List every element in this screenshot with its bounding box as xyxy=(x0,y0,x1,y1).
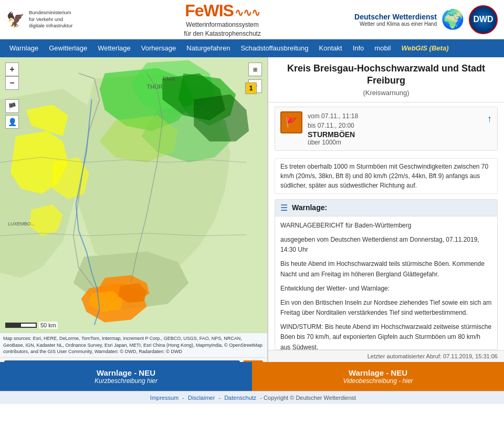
warning-details: vom 07.11., 11:18 bis 07.11., 20:00 STUR… xyxy=(308,111,482,146)
main-content: THÜR LUXEMBO... RMA + − 🏴 👤 ⊞ 1 🌩 xyxy=(0,57,504,362)
layer-controls: ⊞ 1 🌩 xyxy=(248,63,262,93)
svg-text:THÜR: THÜR xyxy=(146,84,163,90)
map-svg: THÜR LUXEMBO... RMA xyxy=(0,57,267,333)
main-nav: Warnlage Gewitterlage Wetterlage Vorhers… xyxy=(0,39,504,57)
fewis-title: FeWIS∿∿∿ xyxy=(185,1,260,20)
warnlage-p3: Bis heute Abend im Hochschwarzwald teils… xyxy=(280,259,492,279)
nav-wetterlage[interactable]: Wetterlage xyxy=(92,39,136,57)
layers-icon[interactable]: ⊞ xyxy=(248,63,262,76)
warnlage-p6: WIND/STURM: Bis heute Abend im Hochschwa… xyxy=(280,322,492,349)
warnlage-p1: WARNLAGEBERICHT für Baden-Württemberg xyxy=(280,221,492,231)
warnlage-icon: ☰ xyxy=(280,203,288,213)
nav-warnlage[interactable]: Warnlage xyxy=(4,39,44,57)
svg-text:RMA: RMA xyxy=(162,76,175,82)
warnlage-title: Warnlage: xyxy=(292,203,327,212)
warnlage-neu-kurz-button[interactable]: Warnlage - NEU Kurzbeschreibung hier xyxy=(0,362,252,391)
fewis-subtitle: Wetterinformationssystem für den Katastr… xyxy=(184,20,261,38)
zoom-in-button[interactable]: + xyxy=(5,63,19,76)
warn-btn1-sub: Kurzbeschreibung hier xyxy=(94,377,158,385)
map-zoom-controls: + − xyxy=(5,63,19,90)
wind-icon: 🚩 xyxy=(286,117,297,128)
alle-button[interactable]: Alle xyxy=(4,360,240,362)
warning-altitude: über 1000m xyxy=(308,139,482,146)
footer-disclaimer[interactable]: Disclaimer xyxy=(188,395,215,401)
footer-copyright: Copyright © Deutscher Wetterdienst xyxy=(264,395,356,401)
nav-vorhersage[interactable]: Vorhersage xyxy=(136,39,182,57)
footer-impressum[interactable]: Impressum xyxy=(150,395,178,401)
nav-mobil[interactable]: mobil xyxy=(369,39,396,57)
map-container[interactable]: THÜR LUXEMBO... RMA + − 🏴 👤 ⊞ 1 🌩 xyxy=(0,57,267,333)
warning-time-from: vom 07.11., 11:18 xyxy=(308,111,482,121)
flag-control[interactable]: 🏴 xyxy=(5,99,19,113)
zoom-out-button[interactable]: − xyxy=(5,76,19,90)
warning-arrow-icon: ↑ xyxy=(487,111,492,125)
dwd-logo-area: Deutscher Wetterdienst Wetter und Klima … xyxy=(354,5,498,34)
warning-type: STURMBÖEN xyxy=(308,130,482,139)
warnlage-neu-video-button[interactable]: Warnlage - NEU Videobeschreibung - hier xyxy=(252,362,504,391)
footer: Impressum - Disclaimer - Datenschutz - C… xyxy=(0,391,504,404)
person-control[interactable]: 👤 xyxy=(5,115,19,129)
bundesministerium-text: Bundesministerium für Verkehr und digita… xyxy=(29,9,72,29)
svg-text:LUXEMBO...: LUXEMBO... xyxy=(8,221,35,226)
nav-gewitterlage[interactable]: Gewitterlage xyxy=(44,39,92,57)
dwd-logo: DWD xyxy=(469,5,498,34)
warn-btn1-title: Warnlage - NEU xyxy=(97,368,155,377)
warn-btn2-title: Warnlage - NEU xyxy=(349,368,407,377)
region-subtitle: (Kreiswarnung) xyxy=(276,89,497,97)
warnlage-p4: Entwicklung der Wetter- und Warnlage: xyxy=(280,284,492,294)
region-header: Kreis Breisgau-Hochschwarzwald und Stadt… xyxy=(268,57,504,102)
warnlage-section: ☰ Warnlage: WARNLAGEBERICHT für Baden-Wü… xyxy=(275,199,498,350)
footer-datenschutz[interactable]: Datenschutz xyxy=(224,395,256,401)
layer-badge: 1 xyxy=(245,82,257,94)
scale-label: 50 km xyxy=(39,322,58,329)
region-title: Kreis Breisgau-Hochschwarzwald und Stadt… xyxy=(276,63,497,87)
globe-icon: 🌍 xyxy=(441,8,465,30)
nav-naturgefahren[interactable]: Naturgefahren xyxy=(181,39,235,57)
warning-icon-box: 🚩 xyxy=(280,111,302,133)
nav-kontakt[interactable]: Kontakt xyxy=(314,39,348,57)
map-scale: 50 km xyxy=(5,322,58,329)
map-area: THÜR LUXEMBO... RMA + − 🏴 👤 ⊞ 1 🌩 xyxy=(0,57,268,362)
nav-schadstoff[interactable]: Schadstoffausbreitung xyxy=(235,39,313,57)
fewis-branding: FeWIS∿∿∿ Wetterinformationssystem für de… xyxy=(90,1,354,38)
flag-filter-button[interactable]: 🚩 xyxy=(243,360,263,362)
map-filter-buttons: Alle 🚩 xyxy=(0,357,267,362)
warning-description: Es treten oberhalb 1000 m Sturmböen mit … xyxy=(275,158,498,194)
dwd-text: Deutscher Wetterdienst Wetter und Klima … xyxy=(354,13,437,27)
warnlage-header: ☰ Warnlage: xyxy=(275,200,497,216)
warnlage-body[interactable]: WARNLAGEBERICHT für Baden-Württemberg au… xyxy=(275,216,497,349)
warnlage-p5: Ein von den Britischen Inseln zur Nordse… xyxy=(280,298,492,318)
right-panel: Kreis Breisgau-Hochschwarzwald und Stadt… xyxy=(268,57,504,362)
map-attribution: Map sources: Esri, HERE, DeLorme, TomTom… xyxy=(0,333,267,357)
scale-bar xyxy=(5,323,37,328)
header: 🦅 Bundesministerium für Verkehr und digi… xyxy=(0,0,504,39)
last-update: Letzter automatisierter Abruf: 07.11.201… xyxy=(268,350,504,362)
nav-info[interactable]: Info xyxy=(348,39,370,57)
warning-time-to: bis 07.11., 20:00 xyxy=(308,121,482,130)
warning-card: 🚩 vom 07.11., 11:18 bis 07.11., 20:00 ST… xyxy=(275,107,498,151)
warning-buttons-bar: Warnlage - NEU Kurzbeschreibung hier War… xyxy=(0,362,504,391)
warn-btn2-sub: Videobeschreibung - hier xyxy=(343,377,413,385)
header-logo-left: 🦅 Bundesministerium für Verkehr und digi… xyxy=(6,9,90,29)
nav-webgis[interactable]: WebGIS (Beta) xyxy=(396,39,454,57)
bundesadler-icon: 🦅 xyxy=(6,11,25,28)
warnlage-p2: ausgegeben vom Deutschen Wetterdienst am… xyxy=(280,235,492,255)
